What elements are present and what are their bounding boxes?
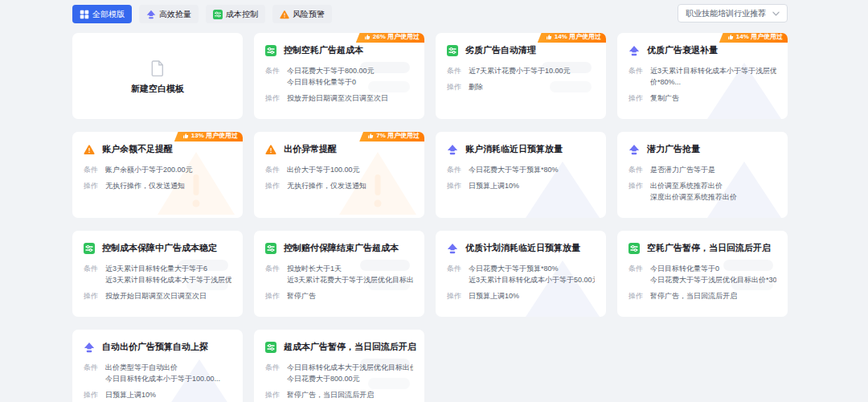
action-line: 暂停广告，当日回流后开启: [650, 290, 737, 302]
action-line: 复制广告: [650, 92, 679, 104]
template-card[interactable]: 13% 用户使用过账户余额不足提醒条件账户余额小于等于200.00元操作无执行操…: [72, 132, 243, 218]
usage-badge-text: 14% 用户使用过: [736, 33, 783, 41]
action-label: 操作: [628, 180, 644, 203]
action-label: 操作: [628, 92, 644, 104]
action-label: 操作: [447, 180, 462, 191]
condition-label: 条件: [628, 164, 644, 175]
condition-label: 条件: [447, 263, 462, 285]
sliders-icon: [213, 10, 223, 19]
template-card[interactable]: 14% 用户使用过劣质广告自动清理条件近7天累计花费小于等于10.00元操作删除: [436, 33, 606, 119]
template-card[interactable]: 7% 用户使用过出价异常提醒条件出价大于等于100.00元操作无执行操作，仅发送…: [254, 132, 424, 218]
template-card-title: 潜力广告抢量: [647, 143, 700, 155]
usage-badge: 26% 用户使用过: [356, 33, 424, 43]
condition-label: 条件: [265, 263, 280, 285]
thumbs-up-icon: [546, 34, 552, 40]
action-label: 操作: [628, 290, 644, 302]
condition-label: 条件: [84, 164, 99, 175]
action-label: 操作: [84, 389, 99, 400]
blank-doc-icon: [151, 60, 165, 76]
action-label: 操作: [447, 81, 462, 92]
template-card[interactable]: 14% 用户使用过优质广告衰退补量条件近3天累计目标转化成本小于等于浅层优化目标…: [617, 33, 788, 119]
template-card-title: 超成本广告暂停，当日回流后开启: [284, 341, 416, 353]
usage-badge: 13% 用户使用过: [174, 132, 243, 142]
condition-label: 条件: [265, 164, 280, 175]
usage-badge: 14% 用户使用过: [538, 33, 606, 43]
template-card-title: 优质广告衰退补量: [647, 44, 718, 56]
condition-line: 今日花费大于800.00元: [287, 373, 413, 384]
action-line: 日预算上调10%: [105, 389, 156, 400]
warning-icon: [265, 144, 276, 155]
template-card[interactable]: 潜力广告抢量条件是否潜力广告等于是操作出价调至系统推荐出价深度出价调至系统推荐出…: [617, 132, 788, 218]
grid-icon: [80, 10, 89, 19]
arrow-up-icon: [84, 342, 95, 353]
action-line: 投放开始日期调至次日调至次日: [287, 92, 388, 104]
sliders-icon: [265, 45, 276, 56]
filter-efficient-volume[interactable]: 高效抢量: [139, 5, 199, 23]
condition-line: 价*80%...: [650, 76, 776, 88]
template-grid: 新建空白模板 26% 用户使用过控制空耗广告超成本条件今日花费大于等于800.0…: [72, 33, 788, 402]
template-card[interactable]: 自动出价广告预算自动上探条件出价类型等于自动出价今日目标转化成本小于等于100.…: [72, 330, 243, 402]
filter-group: 全部模版 高效抢量 成本控制 风险预警: [72, 5, 332, 23]
condition-line: 今日花费大于等于预算*80%: [469, 263, 595, 274]
new-template-card[interactable]: 新建空白模板: [72, 33, 243, 119]
condition-line: 今日目标转化成本小于等于100.00...: [105, 373, 220, 384]
sliders-icon: [265, 243, 276, 254]
filter-label: 全部模版: [92, 9, 125, 20]
template-card[interactable]: 超成本广告暂停，当日回流后开启条件今日目标转化成本大于浅层优化目标出价*120%…: [254, 330, 424, 402]
arrow-up-icon: [628, 144, 640, 155]
template-card[interactable]: 空耗广告暂停，当日回流后开启条件今日目标转化量等于0今日花费大于等于浅层优化目标…: [617, 231, 788, 317]
thumbs-up-icon: [727, 34, 734, 40]
warning-icon: [280, 10, 289, 19]
condition-line: 近3天累计花费大于等于浅层优化目标出价*300...: [287, 274, 413, 285]
action-line: 投放开始日期调至次日调至次日: [105, 290, 207, 302]
sliders-icon: [265, 342, 276, 353]
chevron-down-icon: [772, 11, 780, 16]
action-label: 操作: [265, 180, 280, 191]
condition-label: 条件: [265, 362, 280, 384]
sliders-icon: [84, 243, 95, 254]
condition-line: 今日花费大于等于800.00元: [287, 65, 375, 76]
condition-line: 账户余额小于等于200.00元: [105, 164, 193, 175]
filter-toolbar: 全部模版 高效抢量 成本控制 风险预警 职业技能培训行业推荐: [0, 0, 868, 27]
condition-line: 近3天累计目标转化成本小于等于50.00元: [469, 274, 595, 285]
action-line: 深度出价调至系统推荐出价: [650, 191, 737, 203]
usage-badge-text: 14% 用户使用过: [555, 33, 601, 41]
usage-badge: 14% 用户使用过: [719, 33, 788, 43]
new-template-label: 新建空白模板: [131, 83, 184, 95]
condition-line: 投放时长大于1天: [287, 263, 413, 274]
filter-risk-alert[interactable]: 风险预警: [272, 5, 332, 23]
condition-label: 条件: [84, 362, 99, 384]
condition-line: 今日花费大于等于浅层优化目标出价*300%: [650, 274, 776, 285]
template-card-title: 控制成本保障中广告成本稳定: [102, 242, 217, 254]
action-line: 出价调至系统推荐出价: [650, 180, 737, 191]
template-card[interactable]: 控制赔付保障结束广告超成本条件投放时长大于1天近3天累计花费大于等于浅层优化目标…: [254, 231, 424, 317]
template-card-title: 账户消耗临近日预算放量: [465, 143, 563, 155]
sliders-icon: [447, 45, 458, 56]
condition-line: 今日花费大于等于预算*80%: [469, 164, 559, 175]
industry-select[interactable]: 职业技能培训行业推荐: [678, 4, 788, 23]
condition-line: 出价大于等于100.00元: [287, 164, 360, 175]
condition-line: 近3天累计目标转化成本小于等于浅层优化目标出: [650, 65, 776, 76]
filter-cost-control[interactable]: 成本控制: [206, 5, 265, 23]
action-label: 操作: [265, 92, 280, 104]
template-card-title: 优质计划消耗临近日预算放量: [465, 242, 580, 254]
thumbs-up-icon: [182, 133, 189, 139]
template-card-title: 空耗广告暂停，当日回流后开启: [647, 242, 771, 254]
condition-line: 近3天累计目标转化量大于等于6: [105, 263, 231, 274]
condition-label: 条件: [84, 263, 99, 285]
action-line: 日预算上调10%: [469, 180, 519, 191]
filter-all-templates[interactable]: 全部模版: [72, 5, 132, 23]
industry-select-value: 职业技能培训行业推荐: [686, 8, 766, 19]
action-label: 操作: [84, 290, 99, 302]
condition-line: 出价类型等于自动出价: [105, 362, 220, 373]
template-card[interactable]: 控制成本保障中广告成本稳定条件近3天累计目标转化量大于等于6近3天累计目标转化成…: [72, 231, 243, 317]
template-card[interactable]: 账户消耗临近日预算放量条件今日花费大于等于预算*80%操作日预算上调10%: [436, 132, 606, 218]
condition-label: 条件: [447, 164, 462, 175]
arrow-up-icon: [628, 45, 640, 56]
template-card[interactable]: 26% 用户使用过控制空耗广告超成本条件今日花费大于等于800.00元今日目标转…: [254, 33, 424, 119]
template-card[interactable]: 优质计划消耗临近日预算放量条件今日花费大于等于预算*80%近3天累计目标转化成本…: [436, 231, 606, 317]
condition-line: 今日目标转化成本大于浅层优化目标出价*120%: [287, 362, 413, 373]
template-card-title: 账户余额不足提醒: [102, 143, 173, 155]
template-card-title: 控制赔付保障结束广告超成本: [284, 242, 399, 254]
usage-badge-text: 26% 用户使用过: [373, 33, 420, 41]
